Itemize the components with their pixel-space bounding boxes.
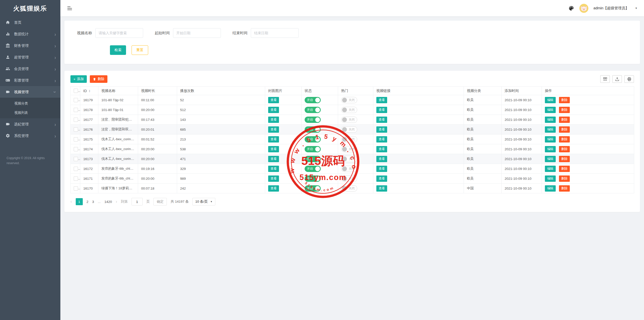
hot-toggle[interactable]: 关闭 (341, 156, 357, 162)
batch-delete-button[interactable]: 删除 (90, 75, 107, 83)
page-number[interactable]: 3 (92, 200, 94, 204)
export-button[interactable] (612, 75, 622, 83)
page-number[interactable]: 1 (76, 198, 83, 205)
user-dropdown-caret-icon[interactable]: ▼ (635, 7, 637, 10)
edit-button[interactable]: 编辑 (545, 97, 556, 103)
search-button[interactable]: 检索 (110, 45, 126, 55)
edit-button[interactable]: 编辑 (545, 156, 556, 162)
hot-toggle[interactable]: 关闭 (341, 166, 357, 172)
row-checkbox[interactable] (74, 147, 78, 151)
user-avatar[interactable] (579, 4, 588, 13)
sidebar-item-members[interactable]: 会员管理 › (0, 63, 60, 75)
hot-toggle[interactable]: 关闭 (341, 107, 357, 113)
sidebar-item-home[interactable]: 首页 (0, 17, 60, 28)
status-toggle[interactable]: 开启 (305, 156, 321, 162)
select-all-checkbox[interactable] (74, 89, 78, 93)
sort-icon[interactable]: ▲▼ (89, 90, 91, 93)
status-toggle[interactable]: 开启 (305, 136, 321, 143)
goto-page-input[interactable] (132, 198, 143, 205)
row-delete-button[interactable]: 删除 (559, 185, 570, 192)
hot-toggle[interactable]: 关闭 (341, 126, 357, 133)
status-toggle[interactable]: 开启 (305, 185, 321, 192)
status-toggle[interactable]: 开启 (305, 126, 321, 133)
edit-button[interactable]: 编辑 (545, 117, 556, 123)
view-cover-button[interactable]: 查看 (268, 156, 279, 162)
view-link-button[interactable]: 查看 (376, 175, 387, 182)
status-toggle[interactable]: 开启 (305, 117, 321, 123)
end-date-input[interactable] (251, 28, 299, 38)
view-link-button[interactable]: 查看 (376, 136, 387, 143)
print-button[interactable] (624, 75, 634, 83)
row-delete-button[interactable]: 删除 (559, 97, 570, 103)
sidebar-item-concubine[interactable]: 选妃管理 › (0, 118, 60, 130)
theme-palette-icon[interactable] (568, 5, 574, 11)
view-cover-button[interactable]: 查看 (268, 107, 279, 113)
sidebar-item-admins[interactable]: 超管管理 › (0, 51, 60, 63)
row-checkbox[interactable] (74, 186, 78, 191)
row-delete-button[interactable]: 删除 (559, 107, 570, 113)
row-checkbox[interactable] (74, 167, 78, 171)
view-cover-button[interactable]: 查看 (268, 185, 279, 192)
row-delete-button[interactable]: 删除 (559, 146, 570, 152)
row-checkbox[interactable] (74, 127, 78, 132)
edit-button[interactable]: 编辑 (545, 126, 556, 133)
view-cover-button[interactable]: 查看 (268, 166, 279, 172)
confirm-page-button[interactable]: 确定 (153, 198, 167, 205)
edit-button[interactable]: 编辑 (545, 175, 556, 182)
add-button[interactable]: + 添加 (70, 75, 87, 83)
edit-button[interactable]: 编辑 (545, 146, 556, 152)
view-link-button[interactable]: 查看 (376, 166, 387, 172)
edit-button[interactable]: 编辑 (545, 185, 556, 192)
page-number[interactable]: 1420 (104, 200, 112, 204)
row-checkbox[interactable] (74, 118, 78, 122)
row-delete-button[interactable]: 删除 (559, 156, 570, 162)
hot-toggle[interactable]: 关闭 (341, 136, 357, 143)
row-checkbox[interactable] (74, 137, 78, 141)
row-delete-button[interactable]: 删除 (559, 126, 570, 133)
row-delete-button[interactable]: 删除 (559, 117, 570, 123)
view-cover-button[interactable]: 查看 (268, 126, 279, 133)
edit-button[interactable]: 编辑 (545, 107, 556, 113)
header-id[interactable]: ID▲▼ (80, 87, 98, 95)
start-date-input[interactable] (173, 28, 221, 38)
row-checkbox[interactable] (74, 98, 78, 102)
view-link-button[interactable]: 查看 (376, 97, 387, 103)
view-link-button[interactable]: 查看 (376, 117, 387, 123)
view-cover-button[interactable]: 查看 (268, 175, 279, 182)
status-toggle[interactable]: 开启 (305, 175, 321, 182)
sidebar-item-system[interactable]: 系统管理 › (0, 130, 60, 141)
hot-toggle[interactable]: 关闭 (341, 146, 357, 152)
view-cover-button[interactable]: 查看 (268, 117, 279, 123)
next-page-icon[interactable]: › (116, 199, 117, 204)
sidebar-item-video[interactable]: 视频管理 › (0, 86, 60, 98)
sidebar-item-finance[interactable]: 财务管理 › (0, 40, 60, 51)
view-cover-button[interactable]: 查看 (268, 97, 279, 103)
sidebar-item-video-category[interactable]: 视频分类 (0, 99, 60, 108)
view-cover-button[interactable]: 查看 (268, 146, 279, 152)
reset-button[interactable]: 重置 (132, 45, 148, 55)
row-checkbox[interactable] (74, 157, 78, 161)
row-delete-button[interactable]: 删除 (559, 136, 570, 143)
sidebar-item-lottery[interactable]: 彩票管理 › (0, 75, 60, 86)
page-number[interactable]: 2 (87, 200, 89, 204)
video-name-input[interactable] (95, 28, 143, 38)
view-link-button[interactable]: 查看 (376, 107, 387, 113)
per-page-select[interactable]: 10 条/页 ▼ (192, 198, 215, 205)
row-delete-button[interactable]: 删除 (559, 175, 570, 182)
hot-toggle[interactable]: 关闭 (341, 185, 357, 192)
row-delete-button[interactable]: 删除 (559, 166, 570, 172)
view-link-button[interactable]: 查看 (376, 126, 387, 133)
user-name[interactable]: admin【超级管理员】 (593, 6, 629, 11)
view-link-button[interactable]: 查看 (376, 146, 387, 152)
hot-toggle[interactable]: 关闭 (341, 117, 357, 123)
status-toggle[interactable]: 开启 (305, 97, 321, 103)
row-checkbox[interactable] (74, 176, 78, 181)
menu-toggle-icon[interactable] (67, 6, 73, 11)
hot-toggle[interactable]: 关闭 (341, 175, 357, 182)
prev-page-icon[interactable]: ‹ (70, 199, 72, 204)
row-checkbox[interactable] (74, 108, 78, 112)
status-toggle[interactable]: 开启 (305, 166, 321, 172)
view-link-button[interactable]: 查看 (376, 185, 387, 192)
edit-button[interactable]: 编辑 (545, 166, 556, 172)
filter-columns-button[interactable] (600, 75, 610, 83)
